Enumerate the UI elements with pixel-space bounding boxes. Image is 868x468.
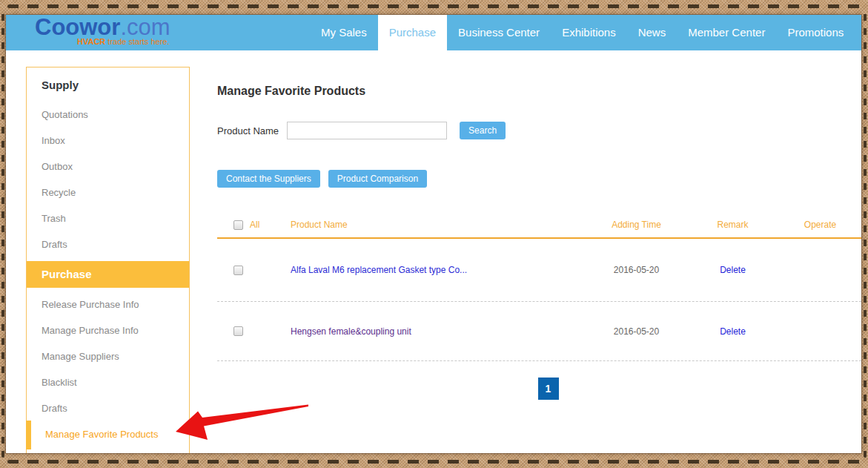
page-body: Supply Quotations Inbox Outbox Recycle T… (6, 50, 861, 453)
brand-tagline: HVACR trade starts here. (77, 37, 310, 46)
sidebar-supply-items: Quotations Inbox Outbox Recycle Trash Dr… (27, 98, 189, 257)
tab-member-center[interactable]: Member Center (677, 15, 776, 50)
frame-stitch-bottom (7, 460, 861, 464)
brand-tagline-bold: HVACR (77, 37, 105, 46)
sidebar-item-inbox[interactable]: Inbox (27, 128, 189, 154)
tab-business-center[interactable]: Business Center (447, 15, 551, 50)
adding-time-value: 2016-05-20 (586, 265, 686, 275)
pagination: 1 (226, 378, 861, 400)
select-all-checkbox[interactable] (233, 220, 243, 230)
contact-suppliers-button[interactable]: Contact the Suppliers (217, 170, 320, 188)
frame-stitch-right (864, 10, 867, 458)
brand-logo-text: Coowor.com (35, 16, 310, 39)
search-button[interactable]: Search (460, 122, 506, 139)
sidebar: Supply Quotations Inbox Outbox Recycle T… (26, 67, 190, 453)
adding-time-value: 2016-05-20 (586, 326, 686, 337)
row-checkbox[interactable] (233, 326, 243, 336)
delete-link[interactable]: Delete (720, 326, 746, 337)
tab-exhibitions[interactable]: Exhibitions (551, 15, 627, 50)
tab-purchase[interactable]: Purchase (378, 15, 447, 50)
brand-name: Coowor (35, 15, 120, 40)
sidebar-item-trash[interactable]: Trash (27, 205, 189, 231)
brand-suffix: .com (120, 15, 170, 40)
header-product-name: Product Name (291, 220, 586, 230)
product-link[interactable]: Hengsen female&coupling unit (291, 326, 411, 337)
favorite-products-table: All Product Name Adding Time Remark Oper… (217, 212, 861, 361)
table-row: Alfa Laval M6 replacement Gasket type Co… (217, 239, 861, 302)
product-name-input[interactable] (287, 122, 447, 139)
brand-logo[interactable]: Coowor.com HVACR trade starts here. (6, 15, 310, 50)
top-navigation-bar: Coowor.com HVACR trade starts here. My S… (6, 15, 861, 50)
sidebar-section-supply: Supply (27, 67, 189, 98)
row-select-cell (217, 266, 291, 275)
nav-tabs: My Sales Purchase Business Center Exhibi… (310, 15, 855, 50)
product-comparison-button[interactable]: Product Comparison (328, 170, 427, 188)
row-select-cell (217, 326, 291, 336)
sidebar-item-manage-purchase-info[interactable]: Manage Purchase Info (27, 317, 189, 343)
row-checkbox[interactable] (233, 266, 243, 275)
page-number-button[interactable]: 1 (538, 378, 559, 400)
sidebar-item-quotations[interactable]: Quotations (27, 102, 189, 128)
frame-stitch-top (7, 4, 861, 8)
sidebar-item-release-purchase-info[interactable]: Release Purchase Info (27, 291, 189, 317)
sidebar-section-purchase[interactable]: Purchase (27, 261, 189, 288)
header-adding-time: Adding Time (586, 220, 686, 230)
tab-my-sales[interactable]: My Sales (310, 15, 378, 50)
page-title: Manage Favorite Products (217, 85, 365, 98)
brand-tagline-rest: trade starts here. (105, 37, 169, 46)
table-header-row: All Product Name Adding Time Remark Oper… (217, 212, 861, 239)
bulk-actions: Contact the Suppliers Product Comparison (217, 170, 435, 188)
tab-promotions[interactable]: Promotions (776, 15, 855, 50)
sidebar-purchase-items: Release Purchase Info Manage Purchase In… (27, 288, 189, 447)
product-search-form: Product Name Search (217, 121, 506, 140)
main-panel: Manage Favorite Products Product Name Se… (217, 50, 861, 453)
page-content: Coowor.com HVACR trade starts here. My S… (6, 15, 861, 453)
delete-link[interactable]: Delete (720, 265, 746, 275)
frame-stitch-left (1, 10, 4, 458)
decorative-frame: Coowor.com HVACR trade starts here. My S… (0, 0, 868, 468)
table-row: Hengsen female&coupling unit 2016-05-20 … (217, 302, 861, 361)
sidebar-item-drafts-purchase[interactable]: Drafts (27, 395, 189, 421)
sidebar-item-recycle[interactable]: Recycle (27, 179, 189, 205)
product-name-label: Product Name (217, 125, 279, 136)
sidebar-item-outbox[interactable]: Outbox (27, 154, 189, 179)
select-all-label: All (250, 220, 259, 230)
header-remark: Remark (686, 220, 779, 230)
sidebar-item-manage-favorite-products[interactable]: Manage Favorite Products (27, 421, 189, 447)
sidebar-item-manage-suppliers[interactable]: Manage Suppliers (27, 343, 189, 369)
header-operate: Operate (779, 220, 861, 230)
sidebar-item-drafts-supply[interactable]: Drafts (27, 231, 189, 257)
sidebar-item-blacklist[interactable]: Blacklist (27, 369, 189, 395)
select-all-cell: All (217, 220, 291, 230)
tab-news[interactable]: News (627, 15, 677, 50)
product-link[interactable]: Alfa Laval M6 replacement Gasket type Co… (291, 265, 467, 275)
